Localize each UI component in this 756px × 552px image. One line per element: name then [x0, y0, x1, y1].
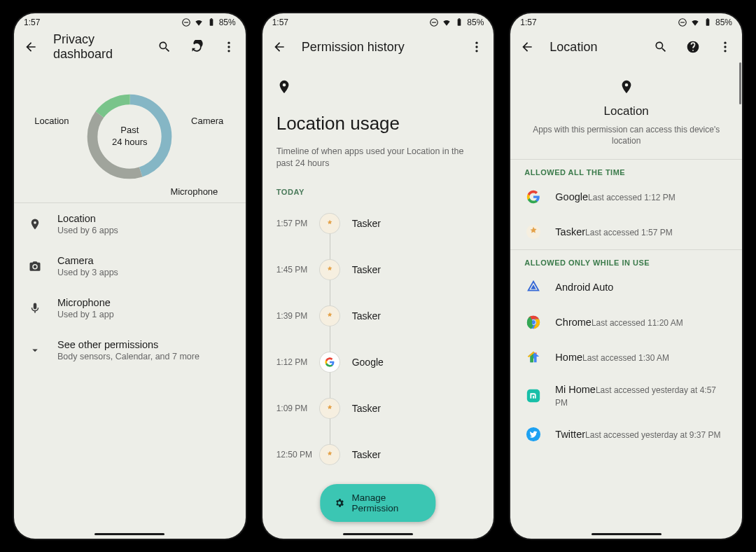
row-location[interactable]: LocationUsed by 6 apps [14, 203, 246, 245]
status-bar: 1:57 85% [262, 13, 494, 32]
nav-bar[interactable] [14, 527, 246, 539]
timeline-app-name: Tasker [352, 264, 381, 275]
refresh-button[interactable] [187, 37, 206, 57]
chevron-down-icon [28, 344, 42, 357]
app-name: Mi Home [555, 384, 596, 395]
donut-chart-area: Past 24 hours Location Camera Microphone [14, 62, 246, 202]
timeline-time: 1:57 PM [276, 219, 317, 228]
dnd-icon [678, 18, 687, 27]
svg-rect-3 [210, 18, 211, 19]
app-subtitle: Last accessed 1:12 PM [588, 193, 676, 202]
svg-rect-2 [209, 19, 213, 25]
scrollbar[interactable] [739, 62, 741, 104]
page-header: Location Apps with this permission can a… [510, 62, 742, 159]
dnd-icon [181, 18, 191, 27]
location-icon [276, 85, 292, 97]
app-subtitle: Last accessed 1:30 AM [582, 353, 669, 363]
battery-text: 85% [219, 18, 236, 27]
timeline-row[interactable]: 12:50 PMTasker [276, 432, 480, 478]
timeline-app-name: Tasker [352, 403, 381, 414]
app-row[interactable]: ChromeLast accessed 11:20 AM [510, 305, 742, 340]
app-row[interactable]: HomeLast accessed 1:30 AM [510, 340, 742, 375]
app-bar: Privacy dashboard [14, 32, 246, 62]
section-today: TODAY [262, 181, 494, 200]
app-row[interactable]: GoogleLast accessed 1:12 PM [510, 179, 742, 214]
app-subtitle: Last accessed 1:57 PM [585, 228, 673, 237]
row-microphone[interactable]: MicrophoneUsed by 1 app [14, 287, 246, 329]
page-header: Location usage Timeline of when apps use… [262, 62, 494, 181]
battery-icon [454, 18, 464, 27]
manage-permission-button[interactable]: Manage Permission [320, 484, 435, 522]
app-row[interactable]: Android Auto [510, 270, 742, 305]
back-button[interactable] [270, 37, 289, 57]
app-name: Twitter [555, 429, 585, 440]
nav-bar[interactable] [262, 527, 494, 539]
app-bar: Location [510, 32, 742, 62]
back-button[interactable] [21, 37, 41, 57]
timeline-row[interactable]: 1:09 PMTasker [276, 385, 480, 432]
app-row[interactable]: TwitterLast accessed yesterday at 9:37 P… [510, 417, 742, 452]
timeline-app-name: Tasker [352, 218, 381, 229]
section-allowed-all: ALLOWED ALL THE TIME [510, 160, 742, 179]
timeline-row[interactable]: 1:45 PMTasker [276, 247, 480, 293]
donut-label-camera: Camera [191, 116, 223, 126]
app-row[interactable]: TaskerLast accessed 1:57 PM [510, 214, 742, 249]
timeline-row[interactable]: 1:12 PMGoogle [276, 339, 480, 385]
more-button[interactable] [219, 37, 239, 57]
phone-location-permission: 1:57 85% Location Location Apps with thi… [510, 13, 742, 539]
app-subtitle: Last accessed 11:20 AM [592, 318, 683, 328]
battery-text: 85% [467, 18, 484, 27]
app-icon [320, 260, 340, 280]
row-camera[interactable]: CameraUsed by 3 apps [14, 245, 246, 287]
app-name: Home [555, 352, 582, 363]
wifi-icon [194, 18, 204, 27]
svg-point-5 [227, 46, 230, 48]
donut-label-microphone: Microphone [170, 186, 218, 197]
timeline-row[interactable]: 1:39 PMTasker [276, 293, 480, 339]
search-button[interactable] [155, 37, 174, 57]
app-icon [320, 399, 340, 418]
timeline-time: 1:45 PM [276, 265, 317, 275]
timeline-time: 1:09 PM [276, 403, 317, 413]
timeline-row[interactable]: 1:57 PMTasker [276, 200, 480, 247]
location-icon [28, 218, 42, 230]
status-time: 1:57 [272, 18, 288, 27]
svg-rect-12 [458, 19, 461, 25]
app-icon [524, 278, 542, 296]
svg-point-27 [724, 46, 726, 48]
microphone-icon [28, 302, 42, 315]
phone-privacy-dashboard: 1:57 85% Privacy dashboard Past 24 hours… [14, 13, 246, 539]
svg-rect-13 [458, 18, 460, 19]
app-icon [320, 214, 340, 233]
svg-point-16 [476, 50, 478, 52]
timeline: 1:57 PMTasker1:45 PMTasker1:39 PMTasker1… [262, 200, 494, 478]
svg-point-26 [724, 42, 726, 44]
page-subtitle: Apps with this permission can access thi… [524, 124, 728, 146]
phone-permission-history: 1:57 85% Permission history Location usa… [262, 13, 494, 539]
app-bar: Permission history [262, 32, 494, 62]
permission-list: LocationUsed by 6 apps CameraUsed by 3 a… [14, 203, 246, 371]
manage-permission-label: Manage Permission [351, 492, 421, 513]
app-icon [524, 387, 542, 405]
app-icon [524, 188, 542, 206]
back-button[interactable] [517, 37, 537, 57]
row-other-permissions[interactable]: See other permissionsBody sensors, Calen… [14, 329, 246, 371]
search-button[interactable] [651, 37, 671, 57]
donut-center-label: Past 24 hours [112, 125, 148, 149]
svg-point-15 [476, 46, 478, 48]
app-row[interactable]: Mi HomeLast accessed yesterday at 4:57 P… [510, 375, 742, 417]
status-time: 1:57 [24, 18, 40, 27]
section-allowed-use: ALLOWED ONLY WHILE IN USE [510, 250, 742, 270]
help-button[interactable] [683, 37, 703, 57]
more-button[interactable] [715, 37, 735, 57]
gear-icon [334, 497, 344, 509]
app-icon [320, 306, 340, 326]
app-icon [524, 425, 542, 443]
battery-text: 85% [715, 18, 732, 27]
battery-icon [206, 18, 216, 27]
more-button[interactable] [467, 37, 486, 57]
nav-bar[interactable] [510, 527, 742, 539]
svg-rect-23 [680, 22, 685, 22]
camera-icon [28, 260, 42, 272]
donut-label-location: Location [34, 116, 69, 126]
